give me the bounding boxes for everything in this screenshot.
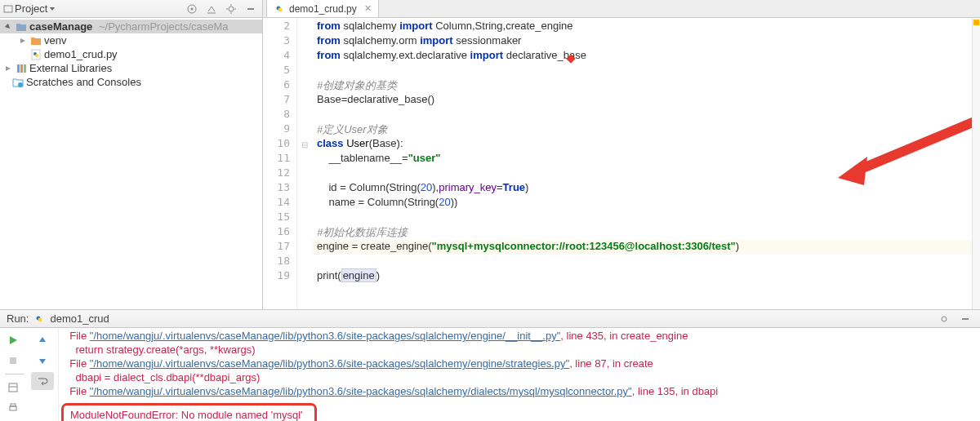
code-line[interactable]: from sqlalchemy.orm import sessionmaker: [312, 34, 972, 49]
expand-arrow-icon[interactable]: [3, 64, 13, 73]
project-tree[interactable]: caseManage ~/PycharmProjects/caseMa venv…: [0, 18, 262, 89]
tab-demo1-crud[interactable]: demo1_crud.py ✕: [266, 0, 379, 17]
code-line[interactable]: Base=declarative_base(): [312, 93, 972, 108]
line-number[interactable]: 9: [263, 122, 296, 137]
gear-icon[interactable]: [223, 1, 239, 17]
code-line[interactable]: name = Column(String(20)): [312, 196, 972, 210]
fold-marker[interactable]: ⊟: [297, 137, 312, 152]
fold-marker[interactable]: [297, 64, 312, 78]
fold-marker[interactable]: [297, 269, 312, 284]
hide-icon[interactable]: [957, 311, 973, 327]
line-number[interactable]: 3: [263, 34, 296, 49]
line-number[interactable]: 16: [263, 225, 296, 240]
fold-marker[interactable]: [297, 34, 312, 49]
fold-gutter[interactable]: ⊟: [297, 18, 312, 309]
line-number[interactable]: 10: [263, 137, 296, 152]
line-number[interactable]: 2: [263, 20, 296, 34]
line-number[interactable]: 5: [263, 64, 296, 78]
svg-point-2: [191, 7, 194, 10]
run-tool-header: Run: demo1_crud: [0, 310, 980, 328]
code-line[interactable]: engine = create_engine("mysql+mysqlconne…: [312, 240, 972, 255]
fold-marker[interactable]: [297, 108, 312, 122]
code-line[interactable]: [312, 210, 972, 225]
fold-marker[interactable]: [297, 49, 312, 64]
project-icon: [3, 4, 13, 14]
fold-marker[interactable]: [297, 20, 312, 34]
tree-file[interactable]: demo1_crud.py: [0, 47, 262, 61]
line-number[interactable]: 18: [263, 255, 296, 269]
close-icon[interactable]: ✕: [364, 3, 372, 14]
locate-icon[interactable]: [184, 1, 200, 17]
fold-marker[interactable]: [297, 225, 312, 240]
run-toolbar-2: [29, 328, 59, 421]
hide-icon[interactable]: [243, 1, 259, 17]
rerun-button[interactable]: [2, 331, 24, 349]
fold-marker[interactable]: [297, 181, 312, 196]
run-toolbar: [0, 328, 29, 421]
collapse-icon[interactable]: [203, 1, 220, 17]
project-tool-header: Project: [0, 0, 262, 18]
error-message: ModuleNotFoundError: No module named 'my…: [70, 409, 303, 421]
warning-marker[interactable]: [973, 20, 979, 25]
code-line[interactable]: __tablename__="user": [312, 152, 972, 166]
code-line[interactable]: #初始化数据库连接: [312, 225, 972, 240]
print-button[interactable]: [2, 399, 24, 417]
fold-marker[interactable]: [297, 196, 312, 210]
line-number-gutter[interactable]: 2345678910111213141516171819: [263, 18, 297, 309]
project-title-text: Project: [15, 2, 47, 15]
code-line[interactable]: [312, 255, 972, 269]
fold-marker[interactable]: [297, 152, 312, 166]
up-button[interactable]: [31, 331, 54, 349]
line-number[interactable]: 12: [263, 166, 296, 181]
error-highlight-box: ModuleNotFoundError: No module named 'my…: [61, 403, 317, 421]
project-title[interactable]: Project: [3, 2, 56, 15]
fold-marker[interactable]: [297, 93, 312, 108]
run-console[interactable]: File "/home/wangju/.virtualenvs/caseMana…: [59, 328, 980, 421]
code-line[interactable]: print(engine): [312, 269, 972, 284]
line-number[interactable]: 6: [263, 78, 296, 93]
svg-point-12: [35, 54, 38, 57]
code-editor[interactable]: from sqlalchemy import Column,String,cre…: [312, 18, 972, 309]
code-line[interactable]: from sqlalchemy.ext.declarative import d…: [312, 49, 972, 64]
svg-rect-0: [4, 6, 12, 12]
dropdown-arrow-icon: [49, 6, 56, 12]
tree-venv[interactable]: venv: [0, 33, 262, 47]
fold-marker[interactable]: [297, 240, 312, 255]
line-number[interactable]: 15: [263, 210, 296, 225]
expand-arrow-icon[interactable]: [3, 22, 13, 32]
line-number[interactable]: 11: [263, 152, 296, 166]
code-line[interactable]: [312, 64, 972, 78]
tree-external-libs[interactable]: External Libraries: [0, 61, 262, 75]
stop-button[interactable]: [2, 352, 24, 370]
code-line[interactable]: class User(Base):: [312, 137, 972, 152]
line-number[interactable]: 4: [263, 49, 296, 64]
code-line[interactable]: [312, 166, 972, 181]
fold-marker[interactable]: [297, 210, 312, 225]
fold-marker[interactable]: [297, 166, 312, 181]
line-number[interactable]: 13: [263, 181, 296, 196]
tree-project-root[interactable]: caseManage ~/PycharmProjects/caseMa: [0, 20, 262, 33]
tree-scratches[interactable]: Scratches and Consoles: [0, 75, 262, 89]
layout-button[interactable]: [2, 379, 24, 397]
error-stripe[interactable]: [972, 18, 980, 309]
wrap-button[interactable]: [31, 372, 54, 390]
down-button[interactable]: [31, 352, 54, 370]
svg-rect-14: [20, 64, 23, 73]
code-line[interactable]: from sqlalchemy import Column,String,cre…: [312, 20, 972, 34]
code-line[interactable]: #定义User对象: [312, 122, 972, 137]
line-number[interactable]: 7: [263, 93, 296, 108]
gear-icon[interactable]: [936, 311, 952, 327]
venv-label: venv: [44, 34, 66, 47]
expand-arrow-icon[interactable]: [18, 36, 28, 46]
code-line[interactable]: [312, 108, 972, 122]
line-number[interactable]: 14: [263, 196, 296, 210]
fold-marker[interactable]: [297, 255, 312, 269]
code-line[interactable]: #创建对象的基类: [312, 78, 972, 93]
line-number[interactable]: 8: [263, 108, 296, 122]
code-line[interactable]: id = Column(String(20),primary_key=True): [312, 181, 972, 196]
run-label: Run:: [7, 312, 29, 325]
line-number[interactable]: 19: [263, 269, 296, 284]
fold-marker[interactable]: [297, 122, 312, 137]
fold-marker[interactable]: [297, 78, 312, 93]
line-number[interactable]: 17: [263, 240, 296, 255]
